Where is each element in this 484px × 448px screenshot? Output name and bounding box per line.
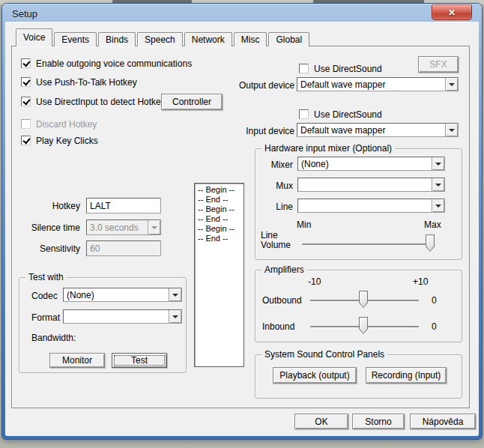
format-label: Format — [31, 312, 60, 324]
mixer-select[interactable]: (None) — [297, 157, 445, 171]
mixer-value: (None) — [298, 157, 432, 170]
sensitivity-label: Sensitivity — [20, 243, 80, 255]
outbound-slider-thumb[interactable] — [359, 291, 368, 308]
amp-max-label: +10 — [413, 276, 428, 288]
close-icon: ✕ — [448, 7, 456, 18]
sound-control-panels-group: System Sound Control Panels Playback (ou… — [255, 354, 462, 399]
tab-global[interactable]: Global — [268, 32, 309, 46]
list-item[interactable]: -- End -- — [198, 195, 241, 205]
tab-misc[interactable]: Misc — [234, 32, 267, 46]
checkbox-play-key-clicks[interactable]: Play Key Clicks — [21, 135, 98, 146]
codec-select[interactable]: (None) — [63, 288, 182, 302]
list-item[interactable]: -- Begin -- — [198, 205, 241, 214]
dropdown-arrow-button — [148, 220, 160, 234]
mux-value — [298, 178, 432, 191]
dialog-client-area: Voice Events Binds Speech Network Misc G… — [5, 22, 479, 436]
output-device-select[interactable]: Default wave mapper — [297, 77, 459, 91]
chevron-down-icon — [172, 294, 178, 297]
line-label: Line — [260, 202, 293, 213]
format-select[interactable] — [63, 309, 182, 324]
dropdown-arrow-button[interactable] — [445, 124, 458, 136]
amplifiers-group: Amplifiers -10 +10 Outbound 0 Inbound 0 — [255, 270, 462, 342]
tab-strip: Voice Events Binds Speech Network Misc G… — [16, 28, 311, 46]
ok-button[interactable]: OK — [294, 414, 348, 429]
outbound-label: Outbound — [262, 295, 302, 306]
list-item[interactable]: -- End -- — [198, 214, 241, 224]
dropdown-arrow-button[interactable] — [432, 199, 444, 212]
checkbox-label: Use DirectInput to detect Hotkey — [36, 97, 166, 107]
dropdown-arrow-button[interactable] — [169, 310, 181, 323]
monitor-button[interactable]: Monitor — [49, 353, 105, 368]
checkbox-unchecked-icon — [21, 119, 31, 129]
chevron-down-icon — [435, 184, 441, 187]
format-value — [64, 310, 169, 323]
checkbox-label: Play Key Clicks — [36, 136, 98, 146]
checkbox-use-directsound-input[interactable]: Use DirectSound — [299, 109, 382, 120]
input-device-label: Input device — [233, 126, 294, 137]
recording-input-button[interactable]: Recording (Input) — [366, 367, 447, 384]
mux-select[interactable] — [297, 178, 445, 192]
list-item[interactable]: -- Begin -- — [198, 185, 241, 195]
checkbox-label: Use DirectSound — [314, 64, 382, 74]
chevron-down-icon — [151, 226, 157, 229]
checkbox-use-directsound-output[interactable]: Use DirectSound — [299, 63, 382, 74]
tab-voice[interactable]: Voice — [16, 28, 52, 46]
checkbox-label: Discard Hotkey — [36, 119, 97, 130]
checkbox-checked-icon — [21, 58, 31, 68]
checkbox-enable-outgoing[interactable]: Enable outgoing voice communications — [21, 58, 192, 69]
tab-speech[interactable]: Speech — [137, 32, 183, 46]
chevron-down-icon — [449, 129, 455, 132]
hotkey-input[interactable]: LALT — [86, 198, 161, 214]
tab-events[interactable]: Events — [54, 32, 97, 46]
title-bar[interactable]: Setup ✕ — [2, 4, 482, 22]
list-item[interactable]: -- End -- — [198, 234, 241, 243]
sfx-button: SFX — [418, 56, 459, 73]
line-select[interactable] — [297, 199, 445, 213]
input-device-select[interactable]: Default wave mapper — [297, 123, 459, 137]
line-volume-slider-thumb[interactable] — [426, 234, 435, 252]
checkbox-checked-icon — [21, 97, 31, 106]
dropdown-arrow-button[interactable] — [432, 178, 444, 191]
mux-label: Mux — [260, 181, 293, 192]
dropdown-arrow-button[interactable] — [432, 157, 444, 170]
dropdown-arrow-button[interactable] — [445, 78, 458, 91]
playback-output-button[interactable]: Playback (output) — [273, 367, 357, 384]
test-button[interactable]: Test — [112, 353, 167, 368]
controller-button[interactable]: Controller — [161, 94, 223, 110]
checkbox-label: Use DirectSound — [314, 109, 382, 120]
cancel-button[interactable]: Storno — [352, 414, 405, 429]
chevron-down-icon — [435, 163, 441, 166]
checkbox-checked-icon — [21, 136, 31, 145]
help-button[interactable]: Nápověda — [410, 414, 476, 429]
checkbox-unchecked-icon — [299, 109, 309, 119]
checkbox-directinput[interactable]: Use DirectInput to detect Hotkey — [21, 96, 166, 107]
input-device-value: Default wave mapper — [297, 124, 445, 136]
min-label: Min — [297, 220, 311, 231]
test-with-group: Test with Codec (None) Format Bandwidth:… — [19, 277, 187, 373]
checkbox-push-to-talk[interactable]: Use Push-To-Talk Hotkey — [21, 76, 137, 88]
output-device-value: Default wave mapper — [297, 78, 445, 91]
amp-min-label: -10 — [308, 276, 321, 288]
group-title: System Sound Control Panels — [261, 349, 387, 360]
silence-time-value: 3.0 seconds — [87, 220, 148, 234]
inbound-slider-thumb[interactable] — [359, 317, 368, 334]
line-volume-slider-track[interactable] — [302, 243, 434, 245]
hardware-mixer-group: Hardware input mixer (Optional) Mixer (N… — [255, 148, 462, 260]
checkbox-checked-icon — [21, 77, 31, 87]
inbound-label: Inbound — [262, 321, 294, 333]
bandwidth-label: Bandwidth: — [31, 333, 76, 344]
hotkey-event-list[interactable]: -- Begin -- -- End -- -- Begin -- -- End… — [194, 183, 244, 367]
output-device-label: Output device — [233, 80, 294, 91]
list-item[interactable]: -- Begin -- — [198, 224, 241, 234]
max-label: Max — [424, 220, 441, 231]
mixer-label: Mixer — [260, 160, 293, 171]
chevron-down-icon — [172, 315, 178, 318]
codec-value: (None) — [64, 288, 169, 301]
tab-binds[interactable]: Binds — [98, 32, 136, 46]
setup-window: Setup ✕ Voice Events Binds Speech Networ… — [2, 4, 482, 439]
close-button[interactable]: ✕ — [432, 4, 472, 20]
line-value — [298, 199, 432, 212]
group-title: Amplifiers — [261, 264, 307, 276]
dropdown-arrow-button[interactable] — [169, 288, 181, 301]
tab-network[interactable]: Network — [184, 32, 232, 46]
